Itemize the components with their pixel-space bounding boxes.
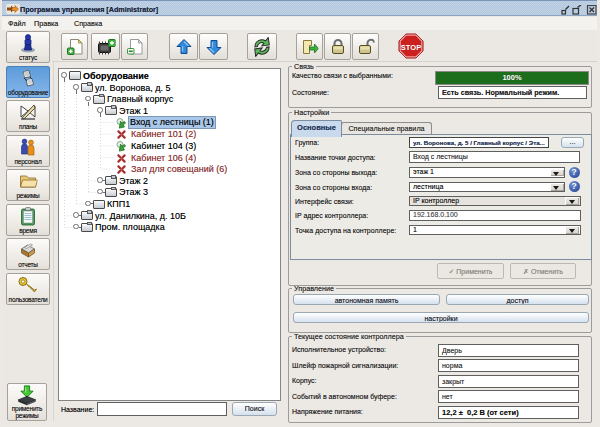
svg-text:STOP: STOP bbox=[400, 42, 420, 51]
